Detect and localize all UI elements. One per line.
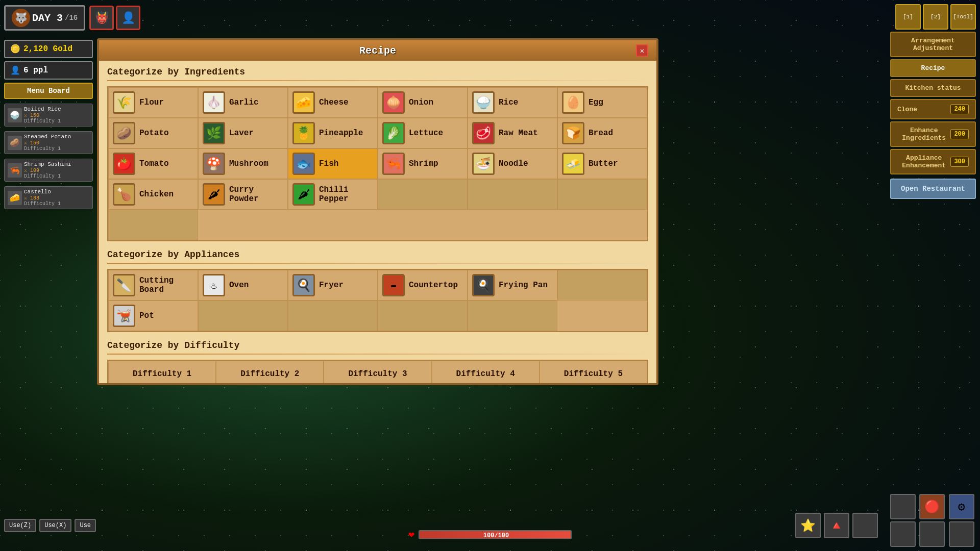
menu-item-boiled-rice[interactable]: 🍚 Boiled Rice ⚔ 150 Difficulty 1 [4, 104, 93, 127]
appliance-empty-3 [288, 300, 378, 331]
menu-item-icon-1: 🥔 [8, 136, 22, 150]
top-hud: 🐺 DAY 3 /16 👹 👤 [0, 0, 980, 36]
btn-2[interactable]: [2] [923, 4, 948, 30]
appliance-cuttingboard[interactable]: 🔪 Cutting Board [108, 270, 198, 300]
menu-item-diff-2: Difficulty 1 [24, 173, 89, 179]
ingredient-icon-noodle: 🍜 [472, 153, 495, 175]
use-z-btn[interactable]: Use(Z) [4, 519, 36, 532]
ingredient-egg[interactable]: 🥚 Egg [557, 87, 647, 118]
btn-1[interactable]: [1] [895, 4, 921, 30]
hud-buttons-top: [1] [2] [Tool] [890, 4, 976, 30]
kitchen-status-btn[interactable]: Kitchen status [890, 79, 976, 97]
appliance-name-oven: Oven [229, 281, 249, 290]
action-star[interactable]: ⭐ [795, 513, 821, 538]
btn-tool[interactable]: [Tool] [950, 4, 976, 30]
ingredient-empty-4 [108, 210, 198, 240]
use-x-btn[interactable]: Use(X) [39, 519, 71, 532]
ingredient-onion[interactable]: 🧅 Onion [378, 87, 468, 118]
ingredient-icon-fish: 🐟 [292, 153, 315, 175]
menu-item-steamed-potato[interactable]: 🥔 Steamed Potato ⚔ 150 Difficulty 1 [4, 131, 93, 154]
ingredient-mushroom[interactable]: 🍄 Mushroom [198, 148, 288, 179]
action-flag[interactable]: 🔺 [824, 513, 849, 538]
menu-item-diff-0: Difficulty 1 [24, 118, 89, 124]
modal-window: Recipe ✕ Categorize by Ingredients 🌾 Flo… [97, 38, 658, 385]
ingredient-icon-cheese: 🧀 [292, 91, 315, 114]
ingredient-name-pineapple: Pineapple [319, 129, 363, 138]
portrait-2: 👤 [116, 6, 140, 30]
ingredient-pineapple[interactable]: 🍍 Pineapple [288, 118, 378, 148]
enhance-btn[interactable]: Enhance Ingredients 200 [890, 121, 976, 147]
appliance-enhance-cost: 300 [950, 157, 969, 167]
recipe-btn[interactable]: Recipe [890, 59, 976, 77]
ingredient-icon-egg: 🥚 [562, 91, 584, 114]
appliance-fryer[interactable]: 🍳 Fryer [288, 270, 378, 300]
use-buttons: Use(Z) Use(X) Use [4, 519, 96, 532]
ingredient-icon-lettuce: 🥬 [382, 122, 405, 144]
ingredient-fish[interactable]: 🐟 Fish [288, 148, 378, 179]
ingredient-flour[interactable]: 🌾 Flour [108, 87, 198, 118]
ingredient-shrimp[interactable]: 🦐 Shrimp [378, 148, 468, 179]
difficulty-1[interactable]: Difficulty 1 [108, 361, 216, 383]
difficulty-3[interactable]: Difficulty 3 [324, 361, 431, 383]
ingredient-noodle[interactable]: 🍜 Noodle [468, 148, 557, 179]
ingredient-rice[interactable]: 🍚 Rice [468, 87, 557, 118]
difficulty-grid: Difficulty 1 Difficulty 2 Difficulty 3 D… [107, 360, 648, 383]
appliance-countertop[interactable]: ▬ Countertop [378, 270, 468, 300]
ingredient-tomato[interactable]: 🍅 Tomato [108, 148, 198, 179]
ingredient-name-currypowder: Curry Powder [229, 185, 283, 204]
appliance-pot[interactable]: 🫕 Pot [108, 300, 198, 331]
ingredient-garlic[interactable]: 🧄 Garlic [198, 87, 288, 118]
appliance-enhance-label: Appliance Enhancement [897, 154, 950, 169]
ingredient-lettuce[interactable]: 🥬 Lettuce [378, 118, 468, 148]
left-sidebar: 🪙 2,120 Gold 👤 6 ppl Menu Board 🍚 Boiled… [0, 0, 97, 551]
appliance-empty-2 [198, 300, 288, 331]
ingredient-chicken[interactable]: 🍗 Chicken [108, 179, 198, 210]
ingredient-name-butter: Butter [589, 159, 618, 168]
ingredient-icon-rice: 🍚 [472, 91, 495, 114]
menu-item-shrimp-sashimi[interactable]: 🦐 Shrimp Sashimi ⚔ 109 Difficulty 1 [4, 159, 93, 182]
modal-title: Recipe [119, 45, 636, 57]
menu-item-name-1: Steamed Potato [24, 134, 89, 140]
arrangement-btn[interactable]: Arrangement Adjustment [890, 32, 976, 57]
ingredient-empty-3 [557, 179, 647, 210]
menu-item-name-2: Shrimp Sashimi [24, 161, 89, 167]
ingredient-cheese[interactable]: 🧀 Cheese [288, 87, 378, 118]
action-empty[interactable] [852, 513, 878, 538]
ingredient-name-egg: Egg [589, 98, 603, 107]
ingredient-name-shrimp: Shrimp [409, 159, 438, 168]
clone-btn[interactable]: Clone 240 [890, 99, 976, 119]
ingredient-icon-chilli: 🌶 [292, 183, 315, 206]
appliance-enhance-btn[interactable]: Appliance Enhancement 300 [890, 149, 976, 174]
appliance-icon-pot: 🫕 [113, 305, 135, 327]
health-text: 100/100 [420, 531, 572, 539]
ingredient-potato[interactable]: 🥔 Potato [108, 118, 198, 148]
ingredient-name-noodle: Noodle [499, 159, 528, 168]
ingredient-butter[interactable]: 🧈 Butter [557, 148, 647, 179]
ingredient-name-chilli: Chilli Pepper [319, 185, 373, 204]
clone-cost: 240 [950, 104, 969, 114]
open-restaurant-btn[interactable]: Open Restaurant [890, 179, 976, 199]
ingredient-chilli[interactable]: 🌶 Chilli Pepper [288, 179, 378, 210]
appliance-empty-4 [378, 300, 468, 331]
menu-item-castello[interactable]: 🧀 Castello ⚔ 188 Difficulty 1 [4, 186, 93, 209]
ingredient-currypowder[interactable]: 🌶 Curry Powder [198, 179, 288, 210]
appliance-oven[interactable]: ♨ Oven [198, 270, 288, 300]
difficulty-2[interactable]: Difficulty 2 [216, 361, 324, 383]
ingredient-name-rice: Rice [499, 98, 518, 107]
difficulty-4[interactable]: Difficulty 4 [432, 361, 540, 383]
gold-icon: 🪙 [10, 44, 20, 54]
ingredient-bread[interactable]: 🍞 Bread [557, 118, 647, 148]
recipe-modal: Recipe ✕ Categorize by Ingredients 🌾 Flo… [97, 38, 658, 385]
appliance-name-pot: Pot [139, 311, 154, 320]
appliance-fryingpan[interactable]: 🍳 Frying Pan [468, 270, 557, 300]
menu-item-cost-0: ⚔ 150 [24, 112, 89, 118]
difficulty-5[interactable]: Difficulty 5 [540, 361, 647, 383]
gold-bar: 🪙 2,120 Gold [4, 40, 93, 58]
ingredient-icon-onion: 🧅 [382, 91, 405, 114]
appliance-name-fryer: Fryer [319, 281, 344, 290]
right-sidebar: [1] [2] [Tool] Arrangement Adjustment Re… [888, 0, 980, 551]
ingredient-rawmeat[interactable]: 🥩 Raw Meat [468, 118, 557, 148]
modal-close-button[interactable]: ✕ [636, 44, 648, 57]
ingredient-laver[interactable]: 🌿 Laver [198, 118, 288, 148]
use-btn[interactable]: Use [75, 519, 96, 532]
